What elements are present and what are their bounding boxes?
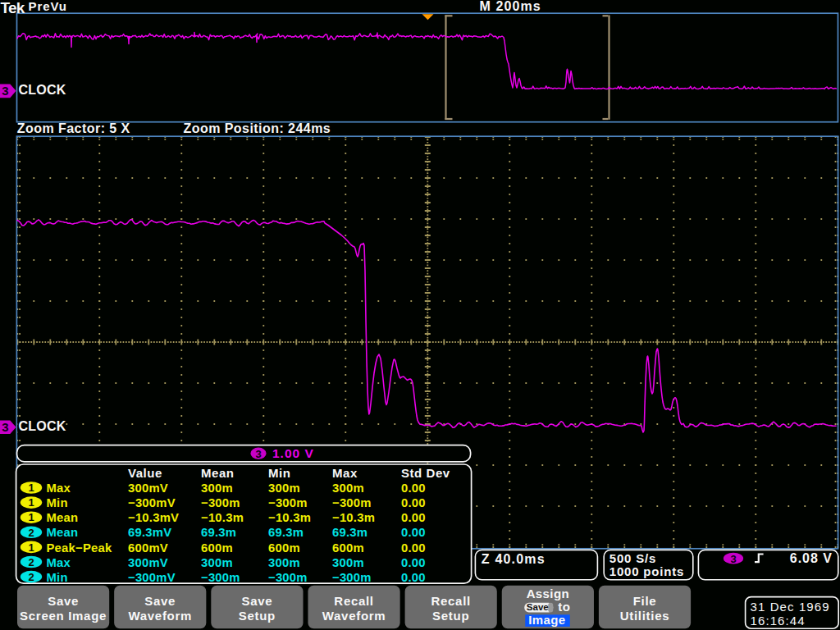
svg-text:300m: 300m [201,482,233,495]
svg-text:File: File [633,594,657,608]
svg-text:−10.3m: −10.3m [332,511,375,524]
svg-text:600m: 600m [268,541,300,555]
svg-text:3: 3 [730,553,736,565]
svg-text:to: to [558,600,570,614]
svg-text:Save: Save [48,594,79,608]
svg-text:Zoom Position: 244ms: Zoom Position: 244ms [184,121,331,135]
svg-text:Recall: Recall [334,594,373,608]
svg-text:600m: 600m [332,541,364,555]
svg-text:Mean: Mean [47,511,79,524]
svg-text:Max: Max [47,556,71,569]
svg-text:Setup: Setup [432,609,469,623]
svg-text:−300m: −300m [268,571,308,584]
svg-text:CLOCK: CLOCK [19,419,66,433]
svg-text:1: 1 [28,496,34,509]
svg-text:16:16:44: 16:16:44 [751,614,806,628]
svg-text:3: 3 [2,84,8,98]
svg-text:Screen Image: Screen Image [20,609,107,623]
svg-text:6.08 V: 6.08 V [790,551,833,565]
svg-text:1.00 V: 1.00 V [272,446,314,460]
svg-text:Tek: Tek [1,0,25,16]
svg-text:300m: 300m [332,482,364,495]
svg-text:0.00: 0.00 [401,511,426,524]
svg-text:0.00: 0.00 [401,571,426,584]
svg-text:Image: Image [528,613,565,627]
svg-text:69.3m: 69.3m [332,526,368,539]
svg-text:Utilities: Utilities [620,609,669,623]
svg-text:500 S/s: 500 S/s [609,551,656,565]
svg-text:1: 1 [28,511,34,523]
svg-text:600mV: 600mV [128,541,168,555]
svg-text:0.00: 0.00 [401,541,426,555]
svg-text:−300mV: −300mV [128,571,176,584]
svg-text:600m: 600m [201,541,233,555]
svg-text:Min: Min [268,466,290,480]
svg-text:0.00: 0.00 [401,556,426,569]
svg-text:Waveform: Waveform [128,609,192,623]
svg-text:Zoom Factor: 5 X: Zoom Factor: 5 X [17,121,130,135]
svg-text:−300m: −300m [332,496,372,509]
svg-text:Save: Save [241,594,272,608]
svg-text:−300m: −300m [201,571,240,584]
svg-text:Save: Save [144,594,176,608]
svg-text:Mean: Mean [47,526,79,539]
svg-text:−10.3m: −10.3m [268,511,311,524]
svg-text:2: 2 [28,556,34,568]
svg-text:−10.3m: −10.3m [201,511,244,524]
svg-text:Save: Save [527,602,549,612]
svg-text:0.00: 0.00 [401,496,426,509]
svg-text:69.3m: 69.3m [268,526,304,539]
svg-text:−300m: −300m [268,496,308,509]
svg-text:69.3mV: 69.3mV [128,526,171,539]
svg-text:1: 1 [28,482,34,494]
svg-text:Assign: Assign [527,587,569,600]
svg-text:PreVu: PreVu [29,0,67,13]
svg-text:Z 40.0ms: Z 40.0ms [482,552,546,566]
svg-text:Max: Max [47,482,71,495]
svg-text:1: 1 [28,541,34,554]
svg-text:3: 3 [255,448,261,460]
svg-text:300m: 300m [268,556,300,569]
svg-text:300m: 300m [332,556,364,569]
svg-text:31 Dec 1969: 31 Dec 1969 [751,600,830,614]
svg-text:300m: 300m [268,482,300,495]
svg-text:300m: 300m [201,556,233,569]
svg-text:300mV: 300mV [128,482,168,495]
svg-text:−10.3mV: −10.3mV [128,511,179,524]
svg-text:Max: Max [332,466,358,480]
svg-text:2: 2 [28,527,34,539]
svg-text:3: 3 [2,420,8,434]
svg-text:0.00: 0.00 [401,482,426,495]
svg-text:0.00: 0.00 [401,526,426,539]
svg-text:−300m: −300m [332,571,372,584]
svg-text:300mV: 300mV [128,556,168,569]
svg-text:Recall: Recall [431,594,470,608]
svg-text:Peak−Peak: Peak−Peak [47,541,113,555]
svg-text:CLOCK: CLOCK [19,83,66,97]
svg-text:Value: Value [128,466,162,480]
svg-text:Std Dev: Std Dev [401,466,450,480]
svg-text:−300mV: −300mV [128,496,176,509]
svg-text:−300m: −300m [201,496,240,509]
svg-text:Waveform: Waveform [322,609,386,623]
svg-text:Mean: Mean [201,466,235,480]
svg-text:Min: Min [47,571,68,584]
svg-text:1000 points: 1000 points [609,564,684,578]
svg-text:69.3m: 69.3m [201,526,236,539]
svg-text:Setup: Setup [239,609,276,623]
svg-text:Min: Min [47,496,68,509]
svg-text:M 200ms: M 200ms [480,0,541,13]
svg-text:2: 2 [28,571,34,583]
